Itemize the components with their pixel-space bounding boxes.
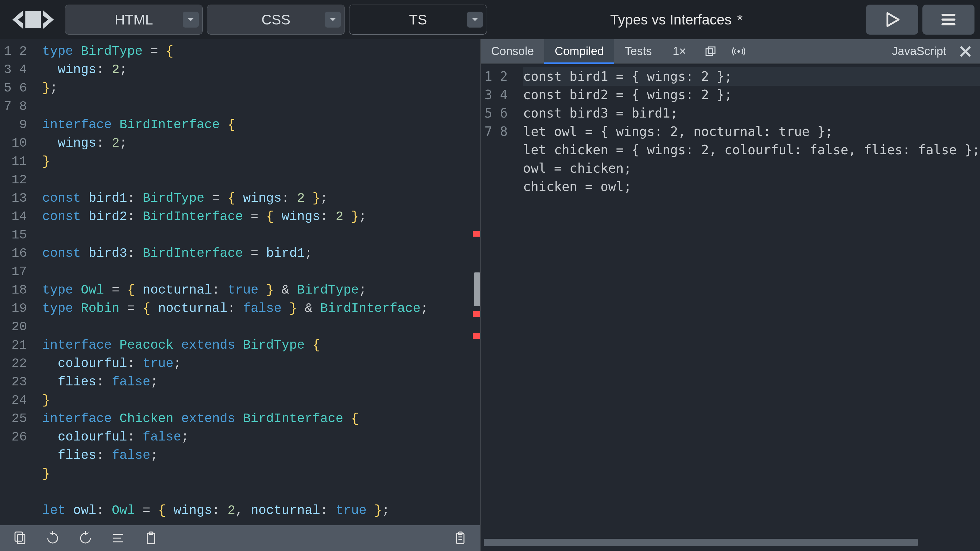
project-title-text: Types vs Interfaces	[610, 11, 732, 28]
tab-console-label: Console	[491, 45, 534, 58]
output-gutter: 1 2 3 4 5 6 7 8	[481, 64, 513, 537]
tab-css-label: CSS	[261, 11, 291, 28]
tab-html-dropdown[interactable]	[183, 12, 199, 27]
chevron-down-icon	[471, 15, 479, 24]
output-pane: Console Compiled Tests 1×	[480, 39, 980, 551]
chevron-down-icon	[186, 15, 195, 24]
tab-tests[interactable]: Tests	[614, 39, 662, 64]
svg-rect-21	[709, 47, 715, 53]
editor-bottom-toolbar	[0, 525, 480, 551]
live-button[interactable]	[725, 39, 753, 64]
svg-marker-1	[43, 10, 54, 29]
tab-ts-label: TS	[409, 11, 427, 28]
close-output-button[interactable]	[954, 39, 976, 64]
svg-rect-20	[706, 49, 712, 55]
chevron-down-icon	[329, 15, 337, 24]
editor-code-area[interactable]: 1 2 3 4 5 6 7 8 9 10 11 12 13 14 15 16 1…	[0, 39, 480, 525]
format-icon	[111, 531, 126, 546]
svg-marker-5	[888, 13, 899, 26]
undo-button[interactable]	[69, 527, 101, 549]
output-code[interactable]: const bird1 = { wings: 2 }; const bird2 …	[513, 64, 980, 537]
editor-pane: 1 2 3 4 5 6 7 8 9 10 11 12 13 14 15 16 1…	[0, 39, 480, 551]
editor-gutter: 1 2 3 4 5 6 7 8 9 10 11 12 13 14 15 16 1…	[0, 39, 32, 525]
copy-icon	[13, 531, 27, 546]
run-button[interactable]	[866, 5, 918, 35]
refresh-button[interactable]	[37, 527, 68, 549]
svg-marker-0	[13, 10, 24, 29]
tab-compiled-label: Compiled	[555, 45, 604, 58]
clipboard-icon	[453, 531, 468, 546]
tab-tests-label: Tests	[625, 45, 652, 58]
refresh-icon	[45, 531, 60, 546]
svg-rect-9	[15, 532, 22, 541]
tab-console[interactable]: Console	[481, 39, 544, 64]
popout-button[interactable]	[697, 39, 725, 64]
zoom-level[interactable]: 1×	[662, 39, 697, 64]
menu-icon	[940, 11, 957, 29]
paste-button[interactable]	[135, 527, 167, 549]
tab-html[interactable]: HTML	[65, 5, 203, 35]
output-code-area[interactable]: 1 2 3 4 5 6 7 8 const bird1 = { wings: 2…	[481, 64, 980, 537]
tab-css-dropdown[interactable]	[325, 12, 341, 27]
unsaved-indicator: *	[737, 11, 743, 28]
playcode-logo-icon[interactable]	[5, 6, 60, 33]
editor-code[interactable]: type BirdType = { wings: 2; }; interface…	[32, 39, 480, 525]
run-icon	[883, 11, 901, 29]
broadcast-icon	[732, 45, 745, 58]
undo-icon	[78, 531, 93, 546]
project-title[interactable]: Types vs Interfaces *	[491, 11, 862, 28]
output-language-label: JavaScript	[892, 45, 946, 58]
output-hscrollbar[interactable]	[484, 537, 977, 548]
output-language[interactable]: JavaScript	[892, 39, 946, 64]
tab-ts-dropdown[interactable]	[467, 12, 483, 27]
scrollbar-thumb[interactable]	[484, 539, 918, 546]
tab-ts[interactable]: TS	[349, 5, 487, 35]
output-tabs: Console Compiled Tests 1×	[481, 39, 980, 64]
clipboard-button[interactable]	[444, 527, 477, 549]
svg-marker-4	[26, 12, 40, 27]
svg-point-22	[737, 50, 740, 52]
tab-html-label: HTML	[115, 11, 153, 28]
app-root: HTML CSS TS Types vs Interfaces *	[0, 0, 980, 551]
close-icon	[959, 45, 972, 58]
menu-button[interactable]	[923, 5, 975, 35]
main-area: 1 2 3 4 5 6 7 8 9 10 11 12 13 14 15 16 1…	[0, 39, 980, 551]
top-bar: HTML CSS TS Types vs Interfaces *	[0, 0, 980, 39]
popout-icon	[704, 45, 717, 58]
tab-css[interactable]: CSS	[207, 5, 345, 35]
copy-button[interactable]	[4, 527, 36, 549]
svg-rect-10	[18, 535, 25, 544]
editor-overview-ruler[interactable]	[471, 39, 480, 525]
zoom-level-label: 1×	[673, 45, 686, 58]
format-button[interactable]	[102, 527, 134, 549]
paste-icon	[144, 531, 158, 546]
tab-compiled[interactable]: Compiled	[544, 39, 614, 64]
